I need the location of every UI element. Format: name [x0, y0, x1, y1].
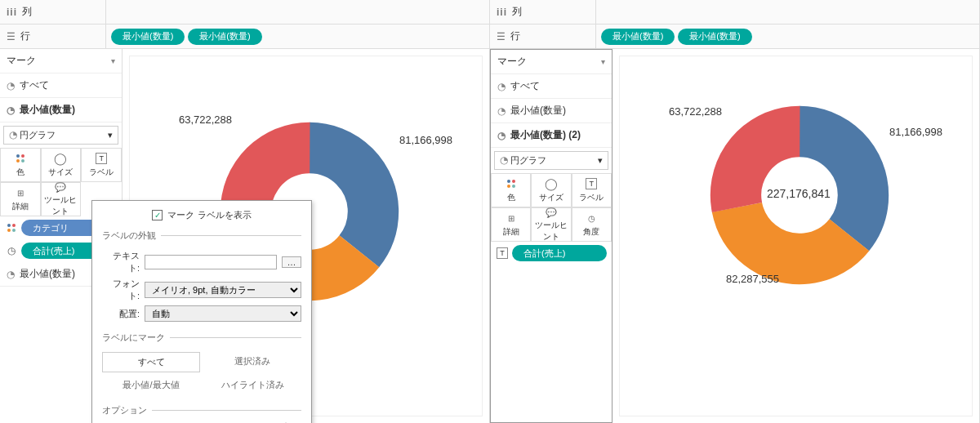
- label-icon: T: [586, 178, 597, 189]
- angle-cell[interactable]: 角度: [572, 207, 612, 242]
- columns-shelf[interactable]: 列: [0, 0, 489, 24]
- panel-left: 列 行 最小値(数量) 最小値(数量) マーク▾ すべて 最小値(数量) 円グラ…: [0, 0, 490, 423]
- row-pill-0[interactable]: 最小値(数量): [111, 29, 185, 45]
- size-cell[interactable]: サイズ: [531, 173, 571, 207]
- dropdown-icon: ▾: [598, 155, 603, 166]
- chart-label-center: 227,176,841: [767, 187, 831, 200]
- color-cell[interactable]: 色: [0, 148, 41, 182]
- align-label: 配置:: [102, 308, 140, 320]
- clock-icon: [497, 105, 506, 117]
- columns-shelf[interactable]: 列: [490, 0, 979, 24]
- options-legend: オプション: [102, 404, 152, 416]
- align-select[interactable]: 自動: [145, 305, 301, 322]
- rows-shelf[interactable]: 行 最小値(数量) 最小値(数量): [490, 24, 979, 49]
- label-icon: T: [96, 153, 107, 164]
- dropdown-icon: ▾: [108, 130, 113, 140]
- mark-pill-sum[interactable]: T合計(売上): [491, 242, 612, 265]
- rows-icon: [497, 31, 506, 42]
- chart-label-orange: 82,287,555: [726, 273, 779, 285]
- tooltip-cell[interactable]: ツールヒント: [531, 207, 571, 242]
- color-icon: [16, 154, 24, 163]
- clock-icon: [7, 269, 15, 280]
- text-icon: T: [497, 247, 508, 259]
- label-cell[interactable]: Tラベル: [572, 173, 612, 207]
- color-icon: [7, 224, 16, 232]
- label-minmax[interactable]: 最小値/最大値: [102, 376, 200, 394]
- marks-title: マーク▾: [491, 50, 612, 74]
- tooltip-icon: [55, 182, 66, 193]
- show-label-checkbox[interactable]: [152, 210, 163, 220]
- detail-cell[interactable]: 詳細: [0, 182, 41, 216]
- panel-right: 列 行 最小値(数量) 最小値(数量) マーク▾ すべて 最小値(数量) 最小値…: [490, 0, 980, 423]
- size-icon: [54, 152, 67, 165]
- chart-label-red: 63,722,288: [179, 114, 232, 126]
- rows-label: 行: [20, 29, 30, 43]
- show-label-text: マーク ラベルを表示: [167, 209, 251, 221]
- mark-type-select[interactable]: 円グラフ▾: [494, 151, 608, 170]
- color-cell[interactable]: 色: [491, 173, 531, 207]
- rows-label: 行: [510, 29, 520, 43]
- caret-icon[interactable]: ▾: [111, 56, 115, 65]
- marks-section-1[interactable]: 最小値(数量): [491, 99, 612, 123]
- chart-label-red: 63,722,288: [669, 105, 722, 118]
- size-cell[interactable]: サイズ: [41, 148, 82, 182]
- row-pill-1[interactable]: 最小値(数量): [678, 29, 751, 45]
- angle-icon: [5, 245, 18, 256]
- angle-icon: [588, 212, 595, 225]
- text-input[interactable]: [145, 255, 277, 269]
- label-all-button[interactable]: すべて: [102, 352, 200, 372]
- appearance-legend: ラベルの外観: [102, 229, 161, 242]
- rows-icon: [7, 31, 16, 42]
- pie-icon: [500, 155, 508, 165]
- tooltip-cell[interactable]: ツールヒント: [41, 182, 82, 216]
- marks-title: マーク▾: [0, 49, 122, 73]
- labelmarks-legend: ラベルにマーク: [102, 332, 170, 344]
- rows-shelf[interactable]: 行 最小値(数量) 最小値(数量): [0, 24, 489, 49]
- label-selected[interactable]: 選択済み: [203, 352, 301, 372]
- clock-icon: [497, 81, 506, 92]
- chart-label-blue: 81,166,998: [889, 126, 942, 138]
- font-label: フォント:: [102, 278, 140, 302]
- color-icon: [507, 180, 515, 188]
- marks-section-active[interactable]: 最小値(数量): [0, 98, 122, 122]
- columns-icon: [497, 7, 507, 18]
- label-highlighted[interactable]: ハイライト済み: [203, 376, 301, 394]
- viz-area-right: 63,722,288 81,166,998 82,287,555 227,176…: [612, 49, 979, 423]
- row-pill-0[interactable]: 最小値(数量): [601, 29, 675, 45]
- marks-section-active[interactable]: 最小値(数量) (2): [491, 123, 612, 148]
- pie-icon: [9, 130, 17, 140]
- clock-icon: [7, 105, 15, 116]
- marks-all[interactable]: すべて: [0, 73, 122, 98]
- marks-card: マーク▾ すべて 最小値(数量) 最小値(数量) (2) 円グラフ▾ 色 サイズ…: [490, 49, 612, 423]
- mark-type-select[interactable]: 円グラフ▾: [3, 126, 118, 145]
- chart-label-blue: 81,166,998: [399, 134, 452, 146]
- label-popup: マーク ラベルを表示 ラベルの外観 テキスト:… フォント:メイリオ, 9pt,…: [91, 200, 312, 423]
- label-cell[interactable]: Tラベル: [81, 148, 122, 182]
- columns-label: 列: [512, 5, 522, 19]
- text-ellipsis-button[interactable]: …: [282, 256, 301, 268]
- marks-all[interactable]: すべて: [491, 74, 612, 99]
- tooltip-icon: [546, 207, 557, 218]
- clock-icon: [7, 80, 15, 91]
- detail-cell[interactable]: 詳細: [491, 207, 531, 242]
- font-select[interactable]: メイリオ, 9pt, 自動カラー: [145, 282, 301, 298]
- text-label: テキスト:: [102, 250, 140, 274]
- caret-icon[interactable]: ▾: [601, 57, 605, 66]
- columns-icon: [7, 7, 17, 18]
- detail-icon: [508, 212, 514, 225]
- detail-icon: [17, 186, 24, 199]
- clock-icon: [497, 130, 506, 141]
- columns-label: 列: [22, 5, 32, 19]
- row-pill-1[interactable]: 最小値(数量): [188, 29, 261, 45]
- size-icon: [545, 177, 558, 190]
